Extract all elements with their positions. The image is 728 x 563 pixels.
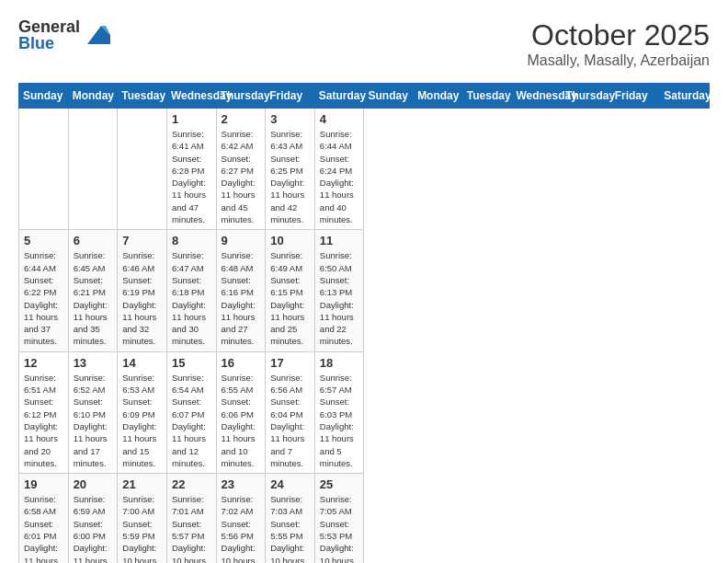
day-info: Sunrise: 6:55 AM Sunset: 6:06 PM Dayligh… <box>222 372 261 469</box>
week-row-3: 12Sunrise: 6:51 AM Sunset: 6:12 PM Dayli… <box>19 351 710 473</box>
day-number: 3 <box>270 112 310 126</box>
day-info: Sunrise: 6:44 AM Sunset: 6:24 PM Dayligh… <box>320 128 359 225</box>
month-title: October 2025 <box>527 18 710 52</box>
header-sunday: Sunday <box>19 84 69 109</box>
week-row-2: 5Sunrise: 6:44 AM Sunset: 6:22 PM Daylig… <box>19 230 710 351</box>
day-number: 21 <box>122 477 162 491</box>
day-info: Sunrise: 6:46 AM Sunset: 6:19 PM Dayligh… <box>122 249 162 347</box>
calendar-cell: 24Sunrise: 7:03 AM Sunset: 5:55 PM Dayli… <box>266 474 315 563</box>
header-day-saturday: Saturday <box>660 84 710 109</box>
day-number: 22 <box>172 477 211 491</box>
day-info: Sunrise: 6:51 AM Sunset: 6:12 PM Dayligh… <box>24 372 63 469</box>
day-number: 20 <box>74 477 113 491</box>
day-info: Sunrise: 7:03 AM Sunset: 5:55 PM Dayligh… <box>270 493 310 563</box>
day-number: 25 <box>320 477 359 491</box>
calendar-cell: 16Sunrise: 6:55 AM Sunset: 6:06 PM Dayli… <box>216 351 266 473</box>
header-friday: Friday <box>266 84 315 109</box>
day-info: Sunrise: 6:47 AM Sunset: 6:18 PM Dayligh… <box>172 249 211 347</box>
header-wednesday: Wednesday <box>166 84 216 109</box>
header-day-wednesday: Wednesday <box>512 84 562 109</box>
header-tuesday: Tuesday <box>118 84 167 109</box>
week-row-1: 1Sunrise: 6:41 AM Sunset: 6:28 PM Daylig… <box>19 109 710 230</box>
location-title: Masally, Masally, Azerbaijan <box>527 52 710 69</box>
calendar-cell <box>68 109 118 230</box>
calendar-cell: 1Sunrise: 6:41 AM Sunset: 6:28 PM Daylig… <box>166 109 216 230</box>
day-number: 9 <box>222 234 261 247</box>
day-number: 14 <box>122 356 162 370</box>
day-number: 15 <box>172 356 211 370</box>
logo: General Blue <box>18 18 110 52</box>
title-section: October 2025 Masally, Masally, Azerbaija… <box>527 18 710 69</box>
day-info: Sunrise: 6:42 AM Sunset: 6:27 PM Dayligh… <box>222 128 261 225</box>
calendar-cell: 17Sunrise: 6:56 AM Sunset: 6:04 PM Dayli… <box>266 351 315 473</box>
calendar-cell: 3Sunrise: 6:43 AM Sunset: 6:25 PM Daylig… <box>266 109 315 230</box>
day-number: 6 <box>74 234 113 247</box>
header-thursday: Thursday <box>216 84 266 109</box>
day-number: 17 <box>270 356 310 370</box>
day-info: Sunrise: 6:45 AM Sunset: 6:21 PM Dayligh… <box>74 249 113 347</box>
day-info: Sunrise: 6:48 AM Sunset: 6:16 PM Dayligh… <box>222 249 261 347</box>
day-number: 11 <box>320 234 359 247</box>
day-info: Sunrise: 6:57 AM Sunset: 6:03 PM Dayligh… <box>320 372 359 469</box>
header-day-thursday: Thursday <box>562 84 611 109</box>
day-info: Sunrise: 6:59 AM Sunset: 6:00 PM Dayligh… <box>74 493 113 563</box>
day-number: 10 <box>270 234 310 247</box>
calendar-cell: 6Sunrise: 6:45 AM Sunset: 6:21 PM Daylig… <box>68 230 118 351</box>
day-info: Sunrise: 7:00 AM Sunset: 5:59 PM Dayligh… <box>122 493 162 563</box>
calendar-cell <box>118 109 167 230</box>
day-number: 12 <box>24 356 63 370</box>
calendar-cell: 21Sunrise: 7:00 AM Sunset: 5:59 PM Dayli… <box>118 474 167 563</box>
calendar-cell: 8Sunrise: 6:47 AM Sunset: 6:18 PM Daylig… <box>166 230 216 351</box>
calendar-cell: 18Sunrise: 6:57 AM Sunset: 6:03 PM Dayli… <box>314 351 364 473</box>
day-info: Sunrise: 6:41 AM Sunset: 6:28 PM Dayligh… <box>172 128 211 225</box>
calendar-cell: 22Sunrise: 7:01 AM Sunset: 5:57 PM Dayli… <box>166 474 216 563</box>
calendar-cell: 14Sunrise: 6:53 AM Sunset: 6:09 PM Dayli… <box>118 351 167 473</box>
calendar-cell: 10Sunrise: 6:49 AM Sunset: 6:15 PM Dayli… <box>266 230 315 351</box>
day-info: Sunrise: 7:01 AM Sunset: 5:57 PM Dayligh… <box>172 493 211 563</box>
day-info: Sunrise: 6:49 AM Sunset: 6:15 PM Dayligh… <box>270 249 310 347</box>
calendar-header-row: SundayMondayTuesdayWednesdayThursdayFrid… <box>19 84 710 109</box>
calendar-cell <box>19 109 69 230</box>
header-monday: Monday <box>68 84 118 109</box>
day-number: 1 <box>172 112 211 126</box>
calendar-cell: 19Sunrise: 6:58 AM Sunset: 6:01 PM Dayli… <box>19 474 69 563</box>
day-number: 19 <box>24 477 63 491</box>
day-number: 18 <box>320 356 359 370</box>
day-info: Sunrise: 7:02 AM Sunset: 5:56 PM Dayligh… <box>222 493 261 563</box>
day-info: Sunrise: 6:58 AM Sunset: 6:01 PM Dayligh… <box>24 493 63 563</box>
logo-blue: Blue <box>18 35 80 52</box>
day-number: 23 <box>222 477 261 491</box>
calendar-cell: 11Sunrise: 6:50 AM Sunset: 6:13 PM Dayli… <box>314 230 364 351</box>
header-day-friday: Friday <box>610 84 660 109</box>
day-info: Sunrise: 6:44 AM Sunset: 6:22 PM Dayligh… <box>24 249 63 347</box>
week-row-4: 19Sunrise: 6:58 AM Sunset: 6:01 PM Dayli… <box>19 474 710 563</box>
calendar-cell: 4Sunrise: 6:44 AM Sunset: 6:24 PM Daylig… <box>314 109 364 230</box>
day-number: 13 <box>74 356 113 370</box>
day-info: Sunrise: 6:50 AM Sunset: 6:13 PM Dayligh… <box>320 249 359 347</box>
day-info: Sunrise: 6:43 AM Sunset: 6:25 PM Dayligh… <box>270 128 310 225</box>
day-info: Sunrise: 6:54 AM Sunset: 6:07 PM Dayligh… <box>172 372 211 469</box>
day-number: 5 <box>24 234 63 247</box>
header-day-monday: Monday <box>414 84 463 109</box>
page-header: General Blue October 2025 Masally, Masal… <box>18 18 710 69</box>
calendar-cell: 23Sunrise: 7:02 AM Sunset: 5:56 PM Dayli… <box>216 474 266 563</box>
calendar-cell: 2Sunrise: 6:42 AM Sunset: 6:27 PM Daylig… <box>216 109 266 230</box>
day-number: 16 <box>222 356 261 370</box>
day-number: 7 <box>122 234 162 247</box>
day-number: 4 <box>320 112 359 126</box>
calendar-cell: 20Sunrise: 6:59 AM Sunset: 6:00 PM Dayli… <box>68 474 118 563</box>
calendar-cell: 13Sunrise: 6:52 AM Sunset: 6:10 PM Dayli… <box>68 351 118 473</box>
header-day-tuesday: Tuesday <box>462 84 512 109</box>
calendar-cell: 15Sunrise: 6:54 AM Sunset: 6:07 PM Dayli… <box>166 351 216 473</box>
header-day-sunday: Sunday <box>364 84 414 109</box>
day-info: Sunrise: 7:05 AM Sunset: 5:53 PM Dayligh… <box>320 493 359 563</box>
day-number: 8 <box>172 234 211 247</box>
calendar-cell: 25Sunrise: 7:05 AM Sunset: 5:53 PM Dayli… <box>314 474 364 563</box>
calendar-cell: 9Sunrise: 6:48 AM Sunset: 6:16 PM Daylig… <box>216 230 266 351</box>
day-info: Sunrise: 6:53 AM Sunset: 6:09 PM Dayligh… <box>122 372 162 469</box>
header-saturday: Saturday <box>314 84 364 109</box>
day-info: Sunrise: 6:52 AM Sunset: 6:10 PM Dayligh… <box>74 372 113 469</box>
calendar-cell: 5Sunrise: 6:44 AM Sunset: 6:22 PM Daylig… <box>19 230 69 351</box>
calendar-cell: 7Sunrise: 6:46 AM Sunset: 6:19 PM Daylig… <box>118 230 167 351</box>
calendar-table: SundayMondayTuesdayWednesdayThursdayFrid… <box>18 83 710 563</box>
